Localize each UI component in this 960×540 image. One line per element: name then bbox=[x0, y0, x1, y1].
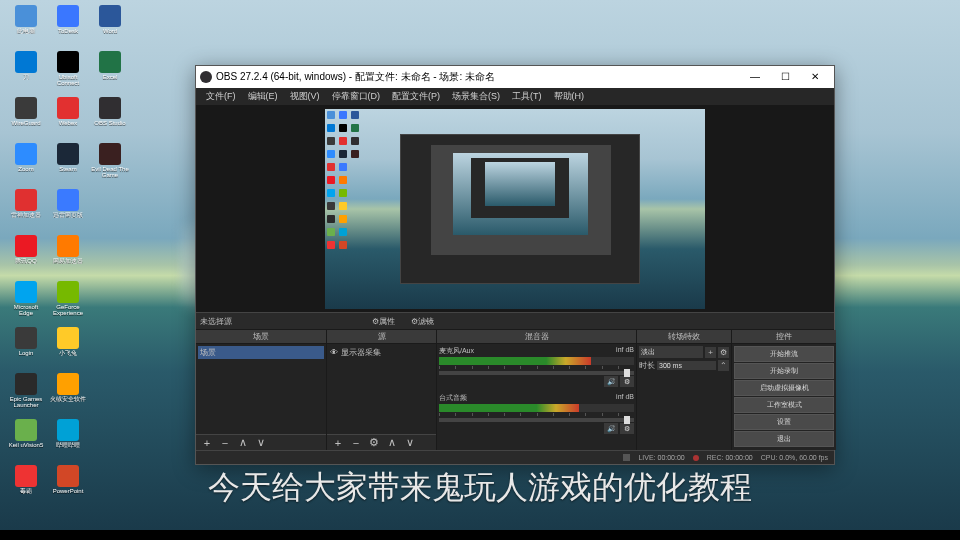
close-button[interactable]: ✕ bbox=[800, 67, 830, 87]
desktop-icon[interactable]: 此电脑 bbox=[5, 5, 47, 49]
desktop-icon[interactable]: Webex bbox=[47, 97, 89, 141]
transition-select[interactable]: 淡出 bbox=[639, 346, 703, 358]
desktop-wallpaper[interactable]: 此电脑ToDeskWord刀Ubisoft ConnectExcelWireGu… bbox=[0, 0, 960, 530]
add-transition-button[interactable]: + bbox=[705, 347, 716, 358]
desktop-icon[interactable]: 网易加速器 bbox=[47, 235, 89, 279]
duration-input[interactable]: 300 ms bbox=[657, 361, 716, 370]
sources-list[interactable]: 👁 显示器采集 bbox=[327, 344, 436, 434]
obs-window: OBS 27.2.4 (64-bit, windows) - 配置文件: 未命名… bbox=[195, 65, 835, 465]
scenes-list[interactable]: 场景 bbox=[196, 344, 326, 434]
desktop-icon[interactable]: ToDesk bbox=[47, 5, 89, 49]
desktop-icon[interactable]: Zoom bbox=[5, 143, 47, 187]
login-icon bbox=[15, 327, 37, 349]
desktop-icon[interactable]: Word bbox=[89, 5, 131, 49]
gear-icon[interactable]: ⚙ bbox=[620, 423, 634, 434]
obs-icon bbox=[200, 71, 212, 83]
remove-source-button[interactable]: − bbox=[349, 437, 363, 449]
taskbar[interactable] bbox=[0, 530, 960, 540]
mute-button[interactable]: 🔊 bbox=[604, 376, 618, 387]
source-toolbar: 未选择源 ⚙属性 ⚙滤镜 bbox=[196, 312, 834, 330]
desktop-icon[interactable]: 雷神加速器 bbox=[5, 189, 47, 233]
menu-item[interactable]: 文件(F) bbox=[200, 88, 242, 105]
menu-item[interactable]: 编辑(E) bbox=[242, 88, 284, 105]
bin-icon bbox=[15, 5, 37, 27]
desktop-icon[interactable]: WireGuard bbox=[5, 97, 47, 141]
filters-button[interactable]: ⚙滤镜 bbox=[407, 315, 438, 328]
scene-item[interactable]: 场景 bbox=[198, 346, 324, 359]
preview-area[interactable] bbox=[196, 105, 834, 312]
menu-item[interactable]: 帮助(H) bbox=[548, 88, 591, 105]
virtual-camera-button[interactable]: 启动虚拟摄像机 bbox=[734, 380, 834, 396]
controls-content: 开始推流 开始录制 启动虚拟摄像机 工作室模式 设置 退出 bbox=[732, 344, 836, 450]
remove-scene-button[interactable]: − bbox=[218, 437, 232, 449]
settings-button[interactable]: 设置 bbox=[734, 414, 834, 430]
desktop-icon[interactable]: Evil Dead The Game bbox=[89, 143, 131, 187]
icon-label: Keil uVision5 bbox=[6, 442, 46, 448]
scene-down-button[interactable]: ∨ bbox=[254, 436, 268, 449]
wg-icon bbox=[15, 97, 37, 119]
menu-item[interactable]: 场景集合(S) bbox=[446, 88, 506, 105]
desktop-icon[interactable]: Excel bbox=[89, 51, 131, 95]
source-up-button[interactable]: ∧ bbox=[385, 436, 399, 449]
ubi-icon bbox=[57, 51, 79, 73]
desktop-icon[interactable]: 迅雷网页版 bbox=[47, 189, 89, 233]
volume-slider[interactable] bbox=[439, 371, 634, 375]
desktop-icon[interactable]: 小飞兔 bbox=[47, 327, 89, 371]
icon-label: 此电脑 bbox=[6, 28, 46, 34]
transitions-panel: 转场特效 淡出+⚙ 时长300 ms⌃ bbox=[636, 330, 731, 450]
exit-button[interactable]: 退出 bbox=[734, 431, 834, 447]
video-subtitle: 今天给大家带来鬼玩人游戏的优化教程 bbox=[0, 466, 960, 510]
transition-props-button[interactable]: ⚙ bbox=[718, 347, 729, 358]
source-item[interactable]: 👁 显示器采集 bbox=[329, 346, 434, 359]
menu-item[interactable]: 视图(V) bbox=[284, 88, 326, 105]
desktop-icon[interactable]: Steam bbox=[47, 143, 89, 187]
thunder-icon bbox=[57, 189, 79, 211]
gf-icon bbox=[57, 281, 79, 303]
desktop-icon[interactable]: 腾讯QQ bbox=[5, 235, 47, 279]
desktop-icon[interactable]: Ubisoft Connect bbox=[47, 51, 89, 95]
desktop-icon[interactable]: Login bbox=[5, 327, 47, 371]
start-streaming-button[interactable]: 开始推流 bbox=[734, 346, 834, 362]
visibility-icon[interactable]: 👁 bbox=[330, 348, 338, 357]
todesk-icon bbox=[57, 5, 79, 27]
menu-item[interactable]: 停靠窗口(D) bbox=[326, 88, 387, 105]
epic-icon bbox=[15, 373, 37, 395]
keil-icon bbox=[15, 419, 37, 441]
volume-slider[interactable] bbox=[439, 418, 634, 422]
mse-icon bbox=[15, 281, 37, 303]
duration-spinner[interactable]: ⌃ bbox=[718, 360, 729, 371]
source-props-button[interactable]: ⚙ bbox=[367, 436, 381, 449]
webex-icon bbox=[57, 97, 79, 119]
add-scene-button[interactable]: + bbox=[200, 437, 214, 449]
window-titlebar[interactable]: OBS 27.2.4 (64-bit, windows) - 配置文件: 未命名… bbox=[196, 66, 834, 88]
maximize-button[interactable]: ☐ bbox=[770, 67, 800, 87]
fire-icon bbox=[57, 235, 79, 257]
lei-icon bbox=[15, 189, 37, 211]
source-down-button[interactable]: ∨ bbox=[403, 436, 417, 449]
desktop-icon[interactable]: Microsoft Edge bbox=[5, 281, 47, 325]
menu-item[interactable]: 配置文件(P) bbox=[386, 88, 446, 105]
start-recording-button[interactable]: 开始录制 bbox=[734, 363, 834, 379]
add-source-button[interactable]: + bbox=[331, 437, 345, 449]
controls-header: 控件 bbox=[732, 330, 836, 344]
scene-up-button[interactable]: ∧ bbox=[236, 436, 250, 449]
gear-icon[interactable]: ⚙ bbox=[620, 376, 634, 387]
transitions-header: 转场特效 bbox=[637, 330, 731, 344]
desktop-icon[interactable]: 哔哩哔哩 bbox=[47, 419, 89, 463]
minimize-button[interactable]: — bbox=[740, 67, 770, 87]
properties-button[interactable]: ⚙属性 bbox=[368, 315, 399, 328]
icon-label: GeForce Experience bbox=[48, 304, 88, 316]
mixer-channel-desktop: 台式音频inf dB 🔊⚙ bbox=[439, 393, 634, 434]
desktop-icon[interactable]: 刀 bbox=[5, 51, 47, 95]
desktop-icon[interactable]: Epic Games Launcher bbox=[5, 373, 47, 417]
studio-mode-button[interactable]: 工作室模式 bbox=[734, 397, 834, 413]
mute-button[interactable]: 🔊 bbox=[604, 423, 618, 434]
desktop-icon[interactable]: Keil uVision5 bbox=[5, 419, 47, 463]
icon-label: Epic Games Launcher bbox=[6, 396, 46, 408]
desktop-icon[interactable]: OBS Studio bbox=[89, 97, 131, 141]
icon-label: 网易加速器 bbox=[48, 258, 88, 264]
menu-item[interactable]: 工具(T) bbox=[506, 88, 548, 105]
desktop-icon[interactable]: GeForce Experience bbox=[47, 281, 89, 325]
mixer-header: 混音器 bbox=[437, 330, 636, 344]
desktop-icon[interactable]: 火绒安全软件 bbox=[47, 373, 89, 417]
